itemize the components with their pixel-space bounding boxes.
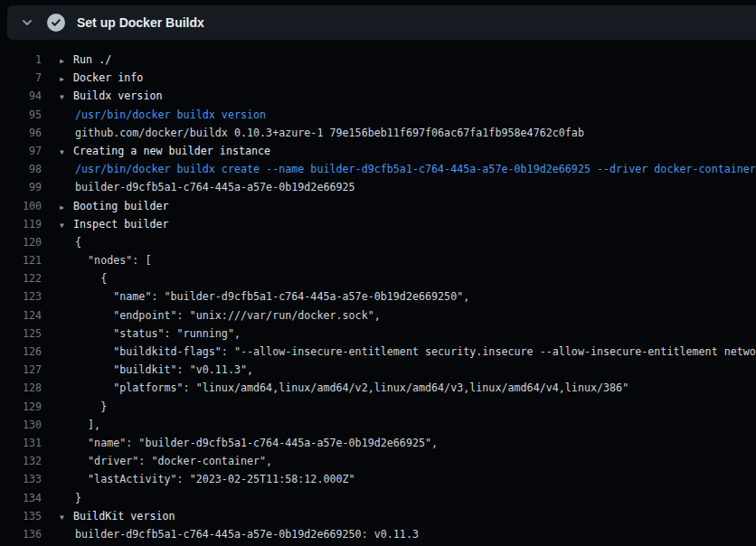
- log-line[interactable]: 1 ▶ Run ./: [0, 51, 756, 69]
- line-number[interactable]: 135: [0, 507, 42, 525]
- log-line: 133 "lastActivity": "2023-02-25T11:58:12…: [0, 470, 756, 488]
- log-text: "buildkitd-flags": "--allow-insecure-ent…: [60, 343, 756, 361]
- line-number[interactable]: 1: [0, 51, 42, 69]
- line-number[interactable]: 132: [0, 452, 42, 470]
- log-line-content: ▼ Inspect builder: [60, 215, 169, 233]
- line-number[interactable]: 134: [0, 489, 42, 507]
- log-line-content: github.com/docker/buildx 0.10.3+azure-1 …: [60, 124, 584, 142]
- log-line-content: /usr/bin/docker buildx create --name bui…: [60, 160, 756, 178]
- log-line: 124 "endpoint": "unix:///var/run/docker.…: [0, 306, 756, 325]
- line-number[interactable]: 95: [0, 106, 42, 124]
- log-text: builder-d9cfb5a1-c764-445a-a57e-0b19d2e6…: [60, 178, 355, 196]
- line-number[interactable]: 133: [0, 470, 42, 488]
- log-line: 131 "name": "builder-d9cfb5a1-c764-445a-…: [0, 434, 756, 452]
- line-number[interactable]: 129: [0, 398, 42, 416]
- step-title: Set up Docker Buildx: [77, 15, 204, 30]
- line-number[interactable]: 99: [0, 178, 42, 196]
- log-text: Docker info: [73, 69, 143, 87]
- line-number[interactable]: 128: [0, 379, 42, 397]
- log-line[interactable]: 94 ▼ Buildx version: [0, 87, 756, 105]
- check-circle-icon: [47, 14, 65, 32]
- log-line[interactable]: 97 ▼ Creating a new builder instance: [0, 142, 756, 160]
- line-number[interactable]: 136: [0, 525, 42, 543]
- log-line-content: builder-d9cfb5a1-c764-445a-a57e-0b19d2e6…: [60, 525, 419, 543]
- log-line-content: }: [60, 489, 81, 507]
- line-number[interactable]: 100: [0, 197, 42, 215]
- log-line-content: "name": "builder-d9cfb5a1-c764-445a-a57e…: [60, 434, 438, 452]
- line-number[interactable]: 119: [0, 215, 42, 233]
- log-text: Booting builder: [73, 197, 169, 215]
- log-line: 134 }: [0, 489, 756, 507]
- log-line-content: "lastActivity": "2023-02-25T11:58:12.000…: [60, 470, 355, 488]
- expand-group-triangle-icon[interactable]: ▶: [60, 199, 73, 215]
- log-text: Inspect builder: [73, 215, 169, 233]
- log-line: 96 github.com/docker/buildx 0.10.3+azure…: [0, 124, 756, 142]
- log-line: 130 ],: [0, 416, 756, 434]
- log-line: 123 "name": "builder-d9cfb5a1-c764-445a-…: [0, 287, 756, 306]
- log-text: Buildx version: [73, 87, 163, 105]
- log-line-content: "status": "running",: [60, 325, 241, 343]
- log-area: 1 ▶ Run ./ 7 ▶ Docker info 94 ▼ Buildx v…: [0, 40, 756, 546]
- log-line: 136 builder-d9cfb5a1-c764-445a-a57e-0b19…: [0, 525, 756, 543]
- log-line: 95 /usr/bin/docker buildx version: [0, 106, 756, 124]
- line-number[interactable]: 125: [0, 325, 42, 343]
- log-line-content: }: [60, 398, 107, 416]
- log-text: Run ./: [73, 51, 111, 69]
- log-text: "lastActivity": "2023-02-25T11:58:12.000…: [60, 470, 355, 488]
- line-number[interactable]: 124: [0, 306, 42, 325]
- log-line-content: {: [60, 233, 81, 251]
- log-line: 126 "buildkitd-flags": "--allow-insecure…: [0, 343, 756, 361]
- log-line: 120 {: [0, 233, 756, 251]
- log-line: 128 "platforms": "linux/amd64,linux/amd6…: [0, 379, 756, 397]
- line-number[interactable]: 121: [0, 251, 42, 269]
- line-number[interactable]: 98: [0, 160, 42, 178]
- log-line: 127 "buildkit": "v0.11.3",: [0, 361, 756, 379]
- line-number[interactable]: 120: [0, 233, 42, 251]
- log-text: ],: [60, 416, 100, 434]
- line-number[interactable]: 123: [0, 287, 42, 306]
- step-header[interactable]: Set up Docker Buildx: [7, 5, 756, 40]
- log-line-content: ▶ Booting builder: [60, 197, 169, 215]
- log-line-content: ▼ BuildKit version: [60, 507, 175, 525]
- log-text: }: [60, 398, 107, 416]
- line-number[interactable]: 122: [0, 269, 42, 287]
- line-number[interactable]: 97: [0, 142, 42, 160]
- collapse-group-triangle-icon[interactable]: ▼: [60, 217, 73, 233]
- expand-group-triangle-icon[interactable]: ▶: [60, 71, 73, 87]
- log-text: "nodes": [: [60, 251, 151, 269]
- line-number[interactable]: 94: [0, 87, 42, 105]
- log-line-content: "platforms": "linux/amd64,linux/amd64/v2…: [60, 379, 628, 397]
- line-number[interactable]: 96: [0, 124, 42, 142]
- chevron-down-icon[interactable]: [20, 15, 34, 30]
- log-line[interactable]: 119 ▼ Inspect builder: [0, 215, 756, 233]
- log-line-content: ▼ Buildx version: [60, 87, 163, 105]
- line-number[interactable]: 130: [0, 416, 42, 434]
- line-number[interactable]: 126: [0, 343, 42, 361]
- log-text: "endpoint": "unix:///var/run/docker.sock…: [60, 306, 381, 325]
- log-text: /usr/bin/docker buildx create --name bui…: [60, 160, 756, 178]
- log-line[interactable]: 100 ▶ Booting builder: [0, 197, 756, 215]
- line-number[interactable]: 127: [0, 361, 42, 379]
- log-line[interactable]: 7 ▶ Docker info: [0, 69, 756, 87]
- log-text: builder-d9cfb5a1-c764-445a-a57e-0b19d2e6…: [60, 525, 419, 543]
- line-number[interactable]: 131: [0, 434, 42, 452]
- collapse-group-triangle-icon[interactable]: ▼: [60, 89, 73, 105]
- log-line: 125 "status": "running",: [0, 325, 756, 343]
- line-number[interactable]: 7: [0, 69, 42, 87]
- log-text: BuildKit version: [73, 507, 175, 525]
- log-text: Creating a new builder instance: [73, 142, 270, 160]
- expand-group-triangle-icon[interactable]: ▶: [60, 52, 73, 69]
- log-line-content: "buildkitd-flags": "--allow-insecure-ent…: [60, 343, 756, 361]
- collapse-group-triangle-icon[interactable]: ▼: [60, 509, 73, 525]
- log-text: github.com/docker/buildx 0.10.3+azure-1 …: [60, 124, 584, 142]
- log-text: }: [60, 489, 81, 507]
- log-line[interactable]: 135 ▼ BuildKit version: [0, 507, 756, 525]
- log-line: 98 /usr/bin/docker buildx create --name …: [0, 160, 756, 178]
- collapse-group-triangle-icon[interactable]: ▼: [60, 144, 73, 160]
- log-line: 121 "nodes": [: [0, 251, 756, 269]
- log-text: "name": "builder-d9cfb5a1-c764-445a-a57e…: [60, 434, 438, 452]
- log-line-content: ▼ Creating a new builder instance: [60, 142, 270, 160]
- log-line-content: "nodes": [: [60, 251, 151, 269]
- log-text: "status": "running",: [60, 325, 241, 343]
- log-line-content: "driver": "docker-container",: [60, 452, 272, 470]
